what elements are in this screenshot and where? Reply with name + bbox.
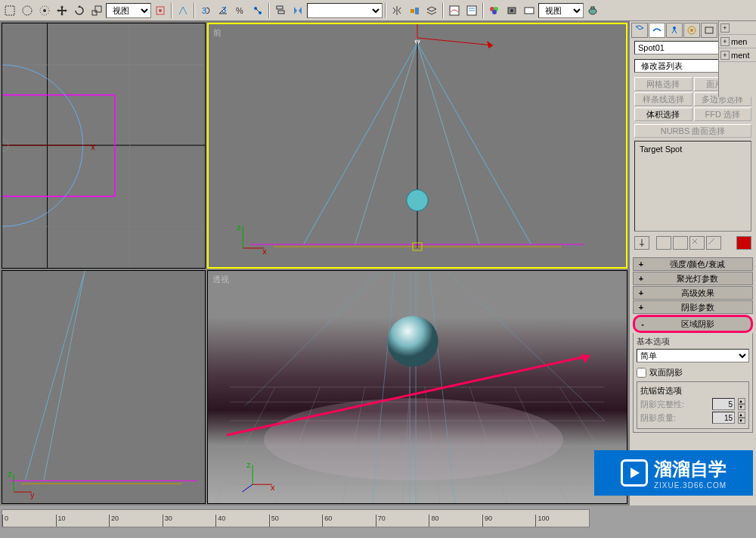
viewport-front[interactable]: 前 [207, 23, 627, 269]
render-view-dropdown[interactable]: 视图 [538, 3, 584, 18]
select-rect-icon[interactable] [2, 2, 18, 19]
antialias-title: 抗锯齿选项 [640, 385, 745, 397]
watermark-badge: 溜溜自学 ZIXUE.3D66.COM [594, 450, 753, 496]
time-ruler[interactable]: 0102030405060708090100 [2, 506, 590, 527]
rollout-intensity[interactable]: + 强度/颜色/衰减 [633, 257, 753, 271]
svg-point-7 [159, 9, 162, 12]
schematic-icon[interactable] [463, 2, 480, 19]
mesh-select-button[interactable]: 网格选择 [634, 77, 692, 91]
viewport-left[interactable]: y z [2, 270, 206, 504]
ruler-tick: 0 [2, 515, 56, 527]
angle-snap-icon[interactable]: 3 [215, 2, 231, 19]
viewport-perspective[interactable]: 透视 [207, 270, 627, 504]
ruler-tick: 30 [163, 515, 216, 527]
configure-icon[interactable] [706, 236, 721, 250]
svg-rect-5 [95, 6, 101, 12]
svg-line-46 [417, 43, 479, 244]
spin-down-icon[interactable]: ▼ [738, 404, 745, 410]
pin-stack-icon[interactable] [634, 236, 649, 250]
render-frame-icon[interactable] [521, 2, 538, 19]
hierarchy-tab-icon[interactable] [666, 23, 683, 38]
shadow-mode-dropdown[interactable]: 简单 [637, 349, 749, 362]
make-unique-icon[interactable] [673, 236, 688, 250]
antialias-group: 抗锯齿选项 阴影完整性: ▲▼ 阴影质量: ▲▼ [637, 381, 749, 429]
create-tab-icon[interactable] [631, 23, 648, 38]
select-circle-icon[interactable] [19, 2, 36, 19]
svg-line-92 [674, 30, 677, 33]
rollout-toggle-icon: - [638, 319, 647, 328]
svg-line-43 [304, 43, 417, 244]
watermark-title: 溜溜自学 [654, 457, 727, 481]
modify-tab-icon[interactable] [649, 23, 665, 38]
viewport-perspective-label: 透视 [212, 274, 229, 285]
ruler-tick: 20 [109, 515, 163, 527]
svg-line-57 [44, 271, 85, 480]
select-fence-icon[interactable] [36, 2, 53, 19]
vol-select-button[interactable]: 体积选择 [634, 107, 692, 121]
remove-modifier-icon[interactable] [689, 236, 705, 250]
svg-point-50 [407, 190, 428, 211]
rollout-toggle-icon: + [637, 303, 646, 312]
coord-system-dropdown[interactable]: 视图 [106, 3, 151, 18]
extra-toggle-icon[interactable]: + [720, 23, 730, 33]
rollout-area-shadow-body: 基本选项 简单 双面阴影 抗锯齿选项 阴影完整性: ▲▼ [633, 333, 753, 433]
spline-select-button[interactable]: 样条线选择 [634, 92, 692, 106]
mirror-icon[interactable] [290, 2, 306, 19]
integrity-spinner[interactable] [712, 398, 735, 410]
rotate-icon[interactable] [71, 2, 88, 19]
display-tab-icon[interactable] [701, 23, 717, 38]
svg-line-91 [672, 30, 674, 33]
extra-right-panel: + +men +ment [718, 21, 756, 97]
snap-toggle-icon[interactable]: 3 [197, 2, 214, 19]
rollout-advanced[interactable]: + 高级效果 [633, 286, 753, 300]
pivot-icon[interactable] [152, 2, 169, 19]
named-selection-dropdown[interactable] [307, 3, 383, 18]
ruler-tick: 40 [215, 515, 269, 527]
percent-snap-icon[interactable]: % [232, 2, 249, 19]
svg-rect-16 [411, 9, 414, 13]
quick-render-icon[interactable] [584, 2, 601, 19]
mirror2-icon[interactable] [389, 2, 405, 19]
svg-rect-29 [591, 7, 594, 9]
spin-up-icon[interactable]: ▲ [738, 412, 745, 418]
scale-icon[interactable] [88, 2, 105, 19]
align-icon[interactable] [406, 2, 423, 19]
svg-line-45 [355, 43, 417, 244]
ruler-tick: 80 [429, 515, 482, 527]
render-setup-icon[interactable] [503, 2, 520, 19]
material-icon[interactable] [486, 2, 503, 19]
svg-line-44 [417, 43, 531, 244]
stack-item[interactable]: Target Spot [637, 143, 749, 155]
layers-icon[interactable] [423, 2, 440, 19]
stack-config-icon[interactable] [736, 236, 751, 250]
show-result-icon[interactable] [656, 236, 671, 250]
modifier-stack[interactable]: Target Spot [634, 141, 751, 232]
rollout-shadow-params[interactable]: + 阴影参数 [633, 300, 753, 314]
extra-toggle-icon[interactable]: + [720, 51, 730, 60]
svg-text:y: y [30, 490, 35, 499]
spin-down-icon[interactable]: ▼ [738, 418, 745, 424]
move-icon[interactable] [54, 2, 70, 19]
svg-point-84 [387, 316, 438, 366]
svg-text:3: 3 [222, 5, 226, 14]
rollout-spotlight[interactable]: + 聚光灯参数 [633, 272, 753, 285]
motion-tab-icon[interactable] [683, 23, 700, 38]
viewport-top[interactable]: x [2, 23, 206, 269]
rollout-area-shadow[interactable]: - 区域阴影 [633, 315, 753, 333]
select-manipulate-icon[interactable] [175, 2, 191, 19]
spin-up-icon[interactable]: ▲ [738, 398, 745, 404]
svg-line-41 [417, 38, 493, 45]
svg-rect-95 [705, 27, 713, 33]
curve-editor-icon[interactable] [446, 2, 463, 19]
spinner-snap-icon[interactable] [249, 2, 266, 19]
two-sided-checkbox[interactable] [637, 368, 646, 378]
ffd-select-button[interactable]: FFD 选择 [694, 107, 752, 121]
basic-options-label: 基本选项 [637, 336, 749, 347]
quality-spinner[interactable] [712, 412, 735, 424]
extra-toggle-icon[interactable]: + [720, 37, 730, 46]
rollout-area: + 强度/颜色/衰减 + 聚光灯参数 + 高级效果 + 阴影参数 [633, 257, 753, 434]
named-sel-icon[interactable] [272, 2, 289, 19]
svg-point-3 [43, 9, 46, 12]
nurbs-select-button[interactable]: NURBS 曲面选择 [634, 124, 751, 138]
ruler-tick: 60 [322, 515, 376, 527]
